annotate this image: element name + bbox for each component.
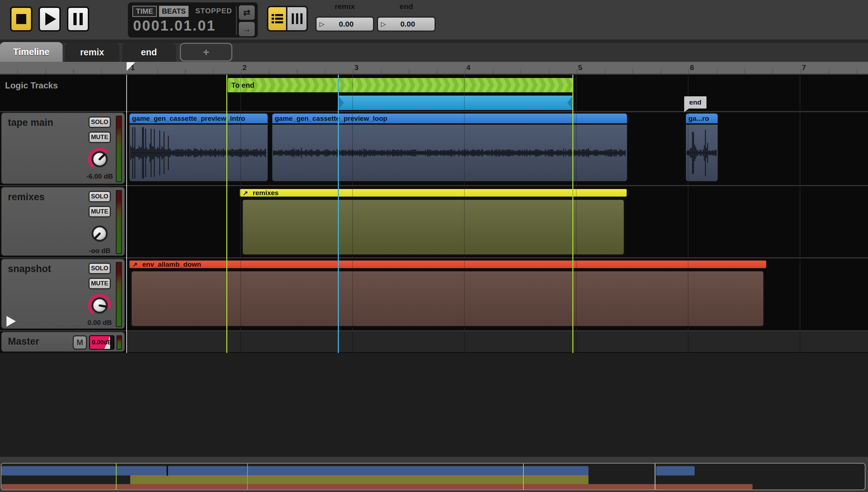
clip-title: game_gen_cassette_preview_loop (272, 114, 627, 124)
tab-add[interactable]: + (180, 43, 232, 61)
section-marker-to-end[interactable]: To end (228, 78, 573, 92)
track-play-arrow-icon[interactable] (6, 316, 16, 327)
ruler-bar-number: 5 (578, 63, 582, 72)
track-name: remixes (8, 192, 45, 203)
transport-status: STOPPED (195, 7, 232, 15)
clip-title: ga...ro (686, 114, 718, 124)
playhead-line-cyan (338, 75, 339, 353)
end-spinner-value: 0.00 (386, 20, 430, 28)
overview-clip-blue (656, 466, 695, 475)
spinner-arrow-icon: ▷ (381, 20, 386, 28)
daw-app: TIME BEATS STOPPED 0001.01.01 ⇄ → remix … (0, 0, 868, 492)
track-header-tape-main[interactable]: tape main SOLO MUTE -6.00 dB (1, 112, 125, 184)
beats-mode-button[interactable]: BEATS (159, 6, 188, 17)
ruler-bar-number: 6 (690, 63, 694, 72)
playhead-line-green (572, 75, 573, 353)
toolbar: TIME BEATS STOPPED 0001.01.01 ⇄ → remix … (0, 0, 868, 40)
stop-icon (16, 14, 26, 24)
grid-view-button[interactable] (287, 6, 308, 32)
master-mute-button[interactable]: M (73, 335, 87, 350)
overview-clip-yellow (130, 475, 588, 484)
timeline-area: 1 2 3 4 5 6 7 Logic Tracks To end end ga (0, 62, 868, 457)
clip-waveform (272, 125, 627, 181)
ruler-bar-number: 3 (354, 63, 359, 72)
audio-clip-loop[interactable]: game_gen_cassette_preview_loop (271, 112, 628, 182)
bar-gridline-overlay (688, 75, 689, 353)
bar-gridline-overlay (464, 75, 465, 353)
tab-remix[interactable]: remix (65, 43, 119, 62)
level-meter (117, 335, 122, 350)
ruler-bar-number: 4 (466, 63, 471, 72)
loop-button[interactable]: ⇄ (239, 5, 255, 20)
list-view-button[interactable] (267, 6, 287, 32)
mute-button[interactable]: MUTE (88, 278, 111, 289)
playhead-line-green (226, 75, 227, 353)
solo-button[interactable]: SOLO (88, 263, 111, 274)
volume-knob[interactable] (88, 222, 112, 245)
clip-waveform (129, 125, 268, 181)
solo-button[interactable]: SOLO (88, 191, 111, 202)
region-title: ↗ env_allamb_down (128, 259, 767, 269)
end-spinner[interactable]: ▷ 0.00 (377, 17, 436, 32)
pause-button[interactable] (67, 6, 89, 32)
footer (0, 457, 868, 492)
pause-icon (73, 13, 83, 25)
overview-marker-green (116, 464, 117, 489)
playhead-flag-icon[interactable] (127, 62, 135, 71)
track-header-master[interactable]: Master M 0.00dB (1, 331, 125, 352)
view-toggle (267, 6, 308, 32)
audio-clip-intro[interactable]: game_gen_cassette_preview_intro (128, 112, 269, 182)
region-title: ↗ remixes (239, 188, 628, 198)
to-end-label: To end (231, 81, 254, 89)
track-header-snapshot[interactable]: snapshot SOLO MUTE 0.00 dB (1, 258, 125, 329)
master-fader[interactable]: 0.00dB (89, 335, 114, 350)
overview-marker-green (523, 464, 524, 489)
link-arrow-icon: ↗ (132, 261, 137, 268)
region-body (241, 198, 625, 256)
end-marker[interactable]: end (684, 96, 706, 109)
tab-timeline[interactable]: Timeline (0, 42, 63, 62)
bar-gridline-overlay (800, 75, 800, 353)
level-meter (116, 262, 122, 327)
stop-button[interactable] (10, 6, 32, 32)
region-clip-remixes[interactable]: ↗ remixes (239, 188, 628, 256)
track-separator (0, 330, 868, 331)
region-clip-env[interactable]: ↗ env_allamb_down (128, 259, 767, 327)
overview-marker-end (655, 464, 655, 489)
mute-button[interactable]: MUTE (88, 132, 111, 143)
spinner-arrow-icon: ▷ (319, 20, 324, 28)
track-name: Master (8, 336, 39, 347)
ruler-bar-number: 2 (242, 63, 247, 72)
time-mode-button[interactable]: TIME (132, 6, 157, 17)
overview-clip-red (1, 484, 753, 489)
tab-end[interactable]: end (122, 43, 176, 62)
logic-tracks-label: Logic Tracks (5, 81, 58, 91)
track-separator (0, 257, 868, 258)
volume-knob[interactable] (88, 294, 112, 317)
section-range-bar[interactable] (338, 96, 573, 110)
empty-track-area (0, 353, 868, 457)
track-separator (0, 111, 868, 112)
grid-view-icon (292, 13, 303, 24)
bar-gridline-overlay (576, 75, 577, 353)
solo-button[interactable]: SOLO (88, 116, 111, 128)
bar-gridline-overlay (352, 75, 353, 353)
fader-value: 0.00dB (90, 336, 114, 349)
playhead-position: 0001.01.01 (133, 18, 216, 34)
remix-spinner[interactable]: ▷ 0.00 (315, 17, 374, 32)
header-lane-separator (126, 62, 127, 353)
clip-waveform (686, 125, 718, 181)
mute-button[interactable]: MUTE (88, 206, 111, 217)
volume-knob[interactable] (88, 147, 112, 171)
audio-clip-small[interactable]: ga...ro (685, 112, 719, 182)
follow-button[interactable]: → (239, 22, 255, 36)
track-header-remixes[interactable]: remixes SOLO MUTE -oo dB (1, 187, 125, 256)
remix-spinner-value: 0.00 (324, 20, 368, 28)
overview-marker-cyan (247, 464, 248, 489)
track-name: tape main (8, 117, 53, 128)
tab-bar: Timeline remix end + (0, 40, 868, 62)
bar-gridline-overlay (240, 75, 241, 353)
play-button[interactable] (38, 6, 61, 32)
remix-spinner-label: remix (315, 2, 374, 11)
project-overview[interactable] (1, 463, 865, 490)
